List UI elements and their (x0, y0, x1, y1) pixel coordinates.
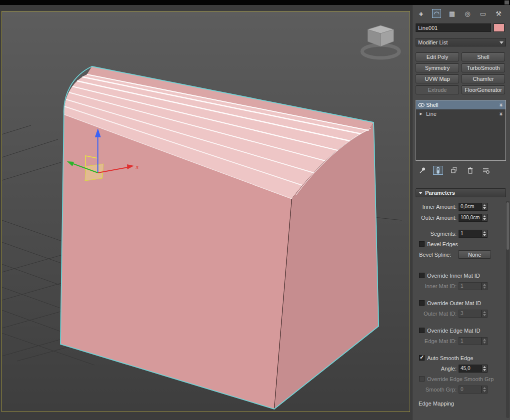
stack-item-line[interactable]: ▶ Line ✳ (416, 109, 506, 118)
tab-utilities-icon[interactable]: ⚒ (494, 9, 503, 18)
modifier-button-symmetry[interactable]: Symmetry (416, 63, 459, 72)
viewport-scene: x (2, 11, 410, 412)
angle-spinner[interactable]: 45,0 (459, 365, 488, 373)
modifier-button-uvw-map[interactable]: UVW Map (416, 74, 459, 83)
spinner-arrows-icon[interactable] (482, 214, 487, 221)
modifier-stack: Shell ✳ ▶ Line ✳ (416, 100, 506, 161)
remove-modifier-icon[interactable] (465, 166, 475, 175)
modifier-flag-icon[interactable]: ✳ (498, 111, 505, 117)
modifier-button-grid: Edit Poly Shell Symmetry TurboSmooth UVW… (416, 52, 507, 94)
segments-spinner[interactable]: 1 (459, 230, 488, 238)
stack-item-shell[interactable]: Shell ✳ (416, 100, 506, 109)
modifier-button-turbosmooth[interactable]: TurboSmooth (462, 63, 505, 72)
modifier-button-shell[interactable]: Shell (462, 52, 505, 61)
spinner-arrows-icon[interactable] (482, 230, 487, 237)
app-window: x + ◠ ▦ ◎ ▭ ⚒ Modifier List (0, 0, 510, 420)
bevel-edges-label: Bevel Edges (427, 241, 458, 247)
override-edge-smooth-grp-label: Override Edge Smooth Grp (427, 376, 494, 382)
stack-item-label: Line (425, 111, 498, 117)
gizmo-x-label: x (135, 164, 139, 170)
tab-display-icon[interactable]: ▭ (479, 9, 488, 18)
expand-arrow-icon[interactable]: ▶ (417, 112, 425, 116)
spinner-arrows-icon (482, 283, 487, 290)
spinner-arrows-icon[interactable] (482, 365, 487, 372)
window-control-fragment[interactable] (505, 0, 509, 4)
panel-scrollbar[interactable] (506, 201, 510, 418)
pin-stack-icon[interactable] (417, 166, 427, 175)
spinner-arrows-icon (482, 338, 487, 345)
auto-smooth-edge-checkbox[interactable] (419, 355, 425, 361)
edge-mat-id-label: Edge Mat ID: (413, 338, 459, 344)
auto-smooth-edge-label: Auto Smooth Edge (427, 355, 473, 361)
parameters-rollout-body: Inner Amount: 0,0cm Outer Amount: 100,0c… (413, 202, 510, 407)
modifier-button-chamfer[interactable]: Chamfer (462, 74, 505, 83)
outer-mat-id-spinner: 3 (459, 310, 488, 318)
panel-scrollbar-thumb[interactable] (507, 202, 509, 250)
spinner-arrows-icon[interactable] (482, 203, 487, 210)
override-outer-mat-label: Override Outer Mat ID (427, 300, 481, 306)
inner-amount-spinner[interactable]: 0,0cm (459, 203, 488, 211)
spinner-arrows-icon (482, 310, 487, 317)
configure-modifier-sets-icon[interactable] (481, 166, 491, 175)
viewport-3d[interactable]: x (1, 11, 410, 412)
override-inner-mat-checkbox[interactable] (419, 273, 425, 278)
outer-amount-label: Outer Amount: (413, 215, 459, 221)
tab-hierarchy-icon[interactable]: ▦ (448, 9, 457, 18)
show-end-result-icon[interactable] (433, 166, 443, 175)
angle-label: Angle: (413, 366, 459, 372)
command-panel-tabs: + ◠ ▦ ◎ ▭ ⚒ (413, 5, 510, 20)
modifier-button-edit-poly[interactable]: Edit Poly (416, 52, 459, 61)
title-bar (0, 0, 510, 5)
override-inner-mat-label: Override Inner Mat ID (427, 273, 480, 279)
inner-mat-id-label: Inner Mat ID: (413, 283, 459, 289)
modifier-visibility-icon[interactable] (417, 103, 425, 107)
override-edge-mat-checkbox[interactable] (419, 328, 425, 333)
bevel-edges-checkbox[interactable] (419, 241, 425, 247)
inner-mat-id-spinner: 1 (459, 282, 488, 290)
object-color-swatch[interactable] (494, 23, 505, 32)
view-cube[interactable] (362, 25, 399, 58)
selected-object[interactable] (60, 66, 379, 409)
segments-label: Segments: (413, 231, 459, 237)
modifier-button-extrude: Extrude (416, 85, 459, 94)
override-outer-mat-checkbox[interactable] (419, 300, 425, 306)
make-unique-icon[interactable] (449, 166, 459, 175)
modifier-list-label: Modifier List (418, 39, 448, 45)
tab-modify-icon[interactable]: ◠ (432, 9, 441, 18)
chevron-down-icon (498, 39, 505, 45)
rollout-open-arrow-icon (419, 192, 423, 194)
modifier-flag-icon[interactable]: ✳ (498, 102, 505, 108)
outer-amount-spinner[interactable]: 100,0cm (459, 214, 488, 222)
override-edge-smooth-grp-checkbox (419, 376, 425, 382)
modifier-stack-tools (417, 165, 507, 175)
parameters-rollout-header[interactable]: Parameters (416, 188, 506, 197)
tab-motion-icon[interactable]: ◎ (463, 9, 472, 18)
edge-mapping-label: Edge Mapping (419, 401, 510, 407)
smooth-grp-label: Smooth Grp: (413, 387, 459, 393)
bevel-spline-none-button[interactable]: None (458, 250, 491, 259)
inner-amount-label: Inner Amount: (413, 204, 459, 210)
rollout-title: Parameters (425, 190, 455, 196)
object-name-input[interactable] (416, 23, 491, 32)
edge-mat-id-spinner: 1 (459, 337, 488, 345)
command-panel: + ◠ ▦ ◎ ▭ ⚒ Modifier List Edit Poly Shel… (413, 5, 510, 420)
smooth-grp-spinner: 0 (459, 386, 488, 394)
tab-create-icon[interactable]: + (417, 9, 426, 18)
outer-mat-id-label: Outer Mat ID: (413, 311, 459, 317)
override-edge-mat-label: Override Edge Mat ID (427, 328, 480, 334)
modifier-button-floorgenerator[interactable]: FloorGenerator (462, 85, 505, 94)
spinner-arrows-icon (482, 386, 487, 393)
modifier-list-dropdown[interactable]: Modifier List (416, 38, 506, 46)
bevel-spline-label: Bevel Spline: (413, 252, 453, 258)
stack-item-label: Shell (425, 102, 498, 108)
